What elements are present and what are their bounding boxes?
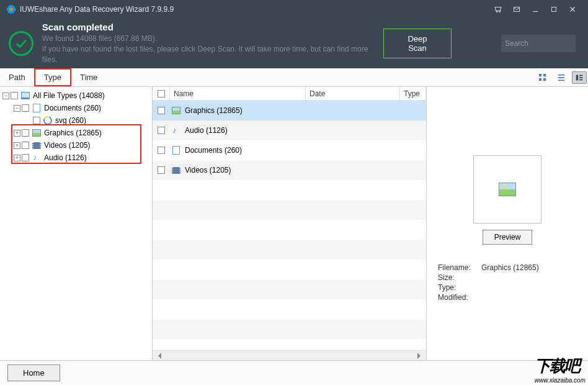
list-row xyxy=(153,339,426,350)
col-type[interactable]: Type xyxy=(400,87,426,100)
collapse-icon[interactable]: − xyxy=(2,93,9,99)
minimize-button[interactable] xyxy=(526,0,545,19)
col-name[interactable]: Name xyxy=(170,87,306,100)
bottom-bar: Home xyxy=(0,360,588,385)
col-date[interactable]: Date xyxy=(306,87,400,100)
prop-filename-label: Filename: xyxy=(438,263,481,272)
tree-checkbox[interactable] xyxy=(22,104,29,112)
image-icon xyxy=(32,128,42,138)
expand-icon[interactable]: + xyxy=(14,142,20,149)
svg-rect-15 xyxy=(579,75,582,76)
status-panel: Scan completed We found 14088 files (667… xyxy=(0,19,588,68)
row-label: Graphics (12865) xyxy=(185,106,243,115)
tree-checkbox[interactable] xyxy=(22,142,29,149)
list-row xyxy=(153,200,426,220)
expand-icon[interactable]: + xyxy=(14,155,20,161)
horizontal-scrollbar[interactable] xyxy=(153,350,426,360)
prop-size-label: Size: xyxy=(438,273,481,282)
status-line1: We found 14088 files (667.88 MB). xyxy=(42,34,383,44)
tree-videos[interactable]: + Videos (1205) xyxy=(0,139,152,152)
svg-rect-16 xyxy=(579,77,582,78)
row-checkbox[interactable] xyxy=(158,127,165,134)
tree-label: Documents (260) xyxy=(44,104,101,112)
status-text: Scan completed We found 14088 files (667… xyxy=(42,22,383,65)
list-row xyxy=(153,299,426,319)
row-type-icon xyxy=(171,145,181,155)
list-row[interactable]: Graphics (12865) xyxy=(153,101,426,120)
tree-label: All File Types (14088) xyxy=(33,91,105,100)
col-check[interactable] xyxy=(153,87,170,100)
preview-thumbnail xyxy=(473,155,541,224)
app-title: IUWEshare Any Data Recovery Wizard 7.9.9… xyxy=(20,5,174,14)
tree-checkbox[interactable] xyxy=(11,92,18,99)
tree-checkbox[interactable] xyxy=(33,117,40,124)
preview-panel: Preview Filename:Graphics (12865) Size: … xyxy=(427,87,588,360)
prop-type-label: Type: xyxy=(438,283,481,292)
tree-svg[interactable]: svg (260) xyxy=(0,114,152,127)
search-input[interactable] xyxy=(505,39,588,48)
row-checkbox[interactable] xyxy=(158,147,165,154)
row-type-icon xyxy=(171,106,181,116)
list-row[interactable]: Audio (1126) xyxy=(153,120,426,140)
home-button[interactable]: Home xyxy=(7,365,60,381)
search-box[interactable] xyxy=(501,35,576,52)
list-row xyxy=(153,260,426,279)
tree-graphics[interactable]: + Graphics (12865) xyxy=(0,127,152,139)
list-row xyxy=(153,240,426,260)
list-row xyxy=(153,319,426,339)
tab-time[interactable]: Time xyxy=(71,68,106,86)
prop-modified-label: Modified: xyxy=(438,293,481,302)
svg-rect-10 xyxy=(543,78,546,80)
row-label: Videos (1205) xyxy=(185,166,231,174)
row-checkbox[interactable] xyxy=(158,166,165,174)
tree-label: Graphics (12865) xyxy=(44,129,102,137)
maximize-button[interactable] xyxy=(545,0,563,19)
svg-rect-9 xyxy=(539,78,541,80)
prop-filename-value: Graphics (12865) xyxy=(481,263,539,272)
collapse-icon[interactable]: − xyxy=(14,105,20,112)
tree-audio[interactable]: + Audio (1126) xyxy=(0,152,152,164)
title-bar: IUWEshare Any Data Recovery Wizard 7.9.9… xyxy=(0,0,588,19)
tree-label: Videos (1205) xyxy=(44,141,91,150)
cart-icon[interactable] xyxy=(489,0,507,19)
file-list: Name Date Type Graphics (12865)Audio (11… xyxy=(153,87,427,360)
view-toolbar: Path Type Time xyxy=(0,68,588,87)
browser-file-icon xyxy=(43,116,53,125)
watermark: 下载吧 www.xiazaiba.com xyxy=(535,355,586,384)
svg-rect-2 xyxy=(552,7,556,12)
view-detail-icon[interactable] xyxy=(572,71,587,84)
view-list-icon[interactable] xyxy=(552,68,571,86)
svg-rect-8 xyxy=(543,73,546,76)
tree-root[interactable]: − All File Types (14088) xyxy=(0,89,152,102)
tree-label: svg (260) xyxy=(55,116,86,125)
row-checkbox[interactable] xyxy=(158,107,165,114)
tab-type[interactable]: Type xyxy=(34,68,71,86)
thumbnail-icon xyxy=(499,183,516,196)
view-grid-icon[interactable] xyxy=(533,68,552,86)
row-label: Audio (1126) xyxy=(185,126,228,135)
document-icon xyxy=(32,103,42,113)
row-type-icon xyxy=(171,125,181,135)
list-row[interactable]: Videos (1205) xyxy=(153,160,426,180)
list-row xyxy=(153,220,426,240)
list-body: Graphics (12865)Audio (1126)Documents (2… xyxy=(153,101,426,350)
row-label: Documents (260) xyxy=(185,146,242,155)
app-logo-icon xyxy=(6,4,16,14)
success-check-icon xyxy=(9,31,33,56)
tree-label: Audio (1126) xyxy=(44,153,87,162)
svg-rect-17 xyxy=(579,79,582,81)
tree-documents[interactable]: − Documents (260) xyxy=(0,102,152,114)
svg-rect-14 xyxy=(576,75,579,81)
list-header: Name Date Type xyxy=(153,87,426,101)
tab-path[interactable]: Path xyxy=(0,68,34,86)
envelope-icon[interactable] xyxy=(507,0,526,19)
main-area: − All File Types (14088) − Documents (26… xyxy=(0,87,588,360)
close-button[interactable] xyxy=(563,0,582,19)
preview-button[interactable]: Preview xyxy=(483,230,533,245)
tree-checkbox[interactable] xyxy=(22,154,29,161)
deep-scan-button[interactable]: Deep Scan xyxy=(383,29,452,58)
tree-checkbox[interactable] xyxy=(22,129,29,137)
expand-icon[interactable]: + xyxy=(14,130,20,137)
file-properties: Filename:Graphics (12865) Size: Type: Mo… xyxy=(433,263,582,302)
list-row[interactable]: Documents (260) xyxy=(153,140,426,160)
